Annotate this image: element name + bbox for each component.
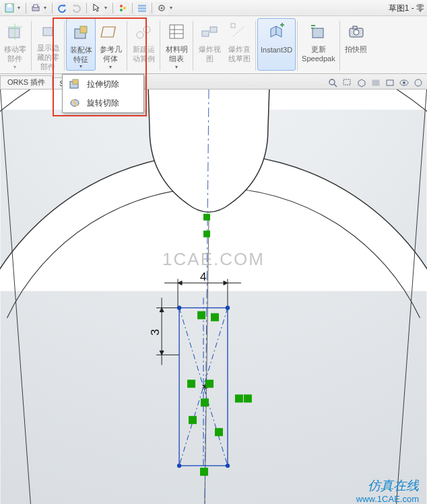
svg-rect-13 [43, 28, 53, 36]
bom-button[interactable]: 材料明 细表 ▾ [162, 18, 191, 71]
svg-rect-65 [187, 380, 195, 388]
svg-point-59 [226, 305, 230, 310]
instant3d-icon [266, 22, 288, 43]
assembly-feature-icon [70, 22, 92, 43]
bom-icon [166, 21, 187, 42]
exploded-view-button[interactable]: 爆炸视 图 [195, 18, 224, 71]
separator [152, 3, 152, 13]
separator [26, 3, 26, 13]
svg-rect-3 [34, 5, 38, 7]
assembly-features-dropdown: 拉伸切除 旋转切除 [62, 74, 144, 113]
undo-button[interactable] [55, 2, 69, 14]
chevron-down-icon: ▾ [162, 64, 191, 71]
update-speedpak-button[interactable]: 更新 Speedpak [299, 18, 338, 71]
rebuild-button[interactable] [116, 2, 129, 14]
chevron-down-icon[interactable]: ▾ [18, 5, 23, 11]
zoom-fit-icon[interactable] [327, 77, 340, 89]
section-view-icon[interactable] [369, 77, 383, 89]
view-toolbar [326, 76, 426, 89]
svg-rect-23 [202, 31, 209, 36]
save-button[interactable] [3, 2, 16, 14]
svg-rect-71 [215, 428, 223, 436]
svg-point-4 [120, 5, 123, 7]
take-snapshot-button[interactable]: 拍快照 [341, 18, 371, 71]
explode-icon [199, 21, 220, 42]
svg-rect-24 [210, 27, 217, 32]
svg-rect-68 [244, 394, 252, 402]
watermark-url: www.1CAE.com [356, 494, 419, 504]
explode-line-sketch-button[interactable]: 爆炸直 线草图 [224, 18, 254, 71]
quick-access-toolbar: ▾ ▾ ▾ ▾ [3, 2, 175, 14]
extrude-cut-label: 拉伸切除 [87, 79, 119, 90]
redo-button[interactable] [70, 2, 84, 14]
eye-icon [37, 21, 59, 41]
revolve-cut-label: 旋转切除 [87, 98, 119, 109]
new-motion-study-button[interactable]: 新建运 动算例 [129, 18, 158, 71]
svg-rect-72 [200, 468, 208, 476]
speedpak-icon [308, 21, 329, 42]
svg-rect-69 [201, 398, 209, 406]
view-orientation-icon[interactable] [355, 77, 368, 89]
watermark-brand: 仿真在线 [368, 477, 419, 495]
svg-rect-35 [343, 79, 350, 85]
svg-point-28 [354, 30, 359, 35]
extrude-cut-item[interactable]: 拉伸切除 [63, 75, 143, 94]
chevron-down-icon: ▾ [67, 63, 95, 70]
hide-show-icon[interactable] [397, 77, 411, 89]
zoom-area-icon[interactable] [341, 77, 354, 89]
svg-rect-67 [235, 394, 243, 402]
revolve-cut-icon [68, 97, 81, 109]
svg-point-5 [120, 9, 123, 11]
model-canvas: 4 3 ✶ [0, 89, 427, 504]
ribbon: 移动零 部件 ▾ 显示隐 藏的零 部件 装配体 特征 ▾ 参考几 何体 ▾ 新建… [0, 16, 427, 74]
move-component-button[interactable]: 移动零 部件 ▾ [0, 18, 30, 71]
svg-rect-37 [387, 80, 393, 85]
assembly-features-button[interactable]: 装配体 特征 ▾ [66, 18, 96, 71]
svg-rect-16 [101, 27, 115, 37]
svg-rect-7 [138, 5, 146, 7]
display-style-icon[interactable] [383, 77, 397, 89]
print-button[interactable] [29, 2, 42, 14]
chevron-down-icon: ▾ [0, 64, 30, 71]
dimension-vertical[interactable]: 3 [149, 329, 162, 335]
document-title: 草图1 - 零 [389, 3, 424, 14]
edit-appearance-icon[interactable] [412, 77, 425, 89]
svg-point-61 [226, 464, 230, 468]
svg-rect-66 [205, 380, 214, 388]
chevron-down-icon[interactable]: ▾ [44, 5, 49, 11]
svg-rect-9 [138, 10, 146, 12]
dimension-horizontal[interactable]: 4 [200, 271, 206, 283]
select-tool[interactable] [90, 2, 103, 14]
camera-icon [346, 21, 367, 42]
reference-geometry-button[interactable]: 参考几 何体 ▾ [96, 18, 125, 71]
svg-point-6 [123, 7, 126, 9]
svg-rect-64 [211, 313, 219, 321]
svg-rect-1 [7, 4, 11, 7]
svg-point-60 [177, 464, 181, 468]
svg-point-11 [161, 7, 163, 9]
show-hidden-button[interactable]: 显示隐 藏的零 部件 [33, 18, 63, 71]
chevron-down-icon[interactable]: ▾ [170, 5, 175, 11]
svg-rect-12 [9, 28, 20, 38]
svg-rect-19 [170, 25, 183, 38]
svg-rect-70 [189, 416, 197, 424]
options-button[interactable] [135, 2, 149, 14]
explode-line-icon [228, 21, 250, 42]
svg-point-17 [137, 32, 143, 38]
svg-rect-29 [353, 26, 357, 29]
instant3d-button[interactable]: Instant3D [257, 18, 296, 71]
motion-icon [133, 21, 154, 42]
tab-orks-plugin[interactable]: ORKS 插件 [0, 75, 53, 89]
title-bar: ▾ ▾ ▾ ▾ 草图1 - 零 [0, 0, 427, 16]
chevron-down-icon: ▾ [96, 64, 125, 71]
chevron-down-icon[interactable]: ▾ [104, 5, 110, 11]
svg-point-33 [329, 79, 335, 85]
svg-rect-63 [197, 311, 205, 319]
revolve-cut-item[interactable]: 旋转切除 [63, 94, 143, 112]
separator [132, 3, 133, 13]
ref-geom-icon [100, 21, 121, 42]
settings-button[interactable] [155, 2, 168, 14]
svg-rect-36 [372, 80, 379, 85]
graphics-viewport[interactable]: 4 3 ✶ [0, 89, 427, 504]
extrude-cut-icon [68, 78, 81, 90]
